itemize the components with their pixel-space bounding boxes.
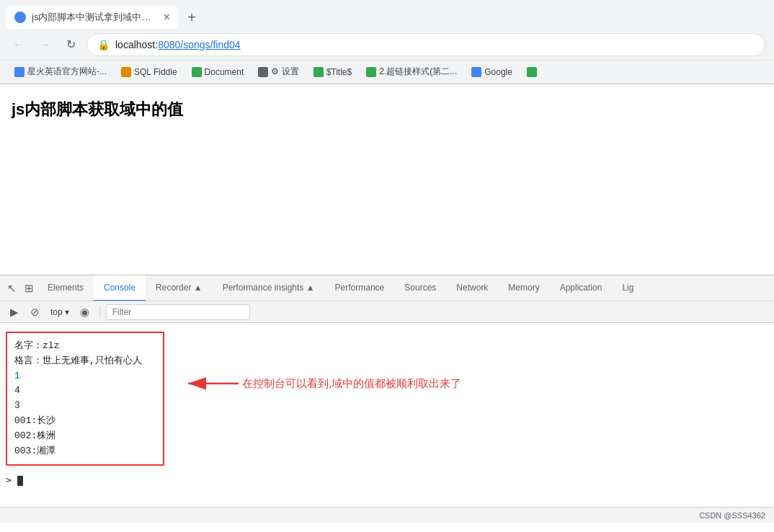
bookmark-label: 星火英语官方网站-...	[27, 66, 107, 78]
tab-lig-label: Lig	[622, 283, 633, 293]
bookmark-favicon	[527, 67, 537, 77]
console-output: 名字：zlz 格言：世上无难事,只怕有心人 1 4 3 001:长沙 002:株…	[0, 323, 774, 507]
devtools-tab-bar: ↖ ⊞ Elements Console Recorder ▲ Performa…	[0, 275, 774, 301]
tab-title: js内部脚本中测试拿到域中的值	[32, 11, 158, 24]
bookmarks-bar: 星火英语官方网站-... SQL Fiddle Document ⚙ 设置 $T…	[0, 61, 774, 84]
tab-sources[interactable]: Sources	[394, 275, 446, 301]
bookmark-label: Google	[484, 67, 512, 77]
bookmark-label: ⚙ 设置	[271, 66, 298, 78]
devtools-panel: ↖ ⊞ Elements Console Recorder ▲ Performa…	[0, 275, 774, 507]
eye-icon[interactable]: ◉	[76, 303, 94, 321]
tab-favicon	[14, 12, 26, 23]
lock-icon: 🔒	[97, 39, 110, 50]
tab-elements[interactable]: Elements	[37, 275, 94, 301]
url-text: localhost:8080/songs/find04	[115, 39, 755, 50]
bookmark-label: SQL Fiddle	[134, 67, 177, 77]
cursor-caret	[17, 476, 23, 486]
tab-performance-insights-label: Performance insights ▲	[223, 283, 315, 293]
tab-close-button[interactable]: ×	[164, 12, 170, 23]
bookmark-favicon	[14, 67, 25, 77]
bookmark-google[interactable]: Google	[466, 66, 518, 79]
devtools-cursor-icon[interactable]: ↖	[3, 280, 20, 297]
toolbar-separator	[99, 306, 100, 319]
bookmark-label: 2.超链接样式(第二...	[379, 66, 457, 78]
tab-performance[interactable]: Performance	[325, 275, 395, 301]
tab-console[interactable]: Console	[94, 275, 146, 301]
bookmark-favicon	[258, 67, 268, 77]
bookmark-extra[interactable]	[521, 66, 543, 79]
tab-memory[interactable]: Memory	[498, 275, 549, 301]
bookmark-label: Document	[205, 67, 244, 77]
status-text: CSDN @SSS4362	[699, 511, 765, 520]
tab-application-label: Application	[560, 283, 602, 293]
console-line: 001:长沙	[13, 414, 157, 429]
url-bar[interactable]: 🔒 localhost:8080/songs/find04	[86, 33, 765, 56]
devtools-toolbar: ▶ ⊘ top ▾ ◉	[0, 301, 774, 323]
tab-lig[interactable]: Lig	[612, 275, 644, 301]
top-label: top	[50, 307, 63, 317]
forward-button[interactable]: →	[35, 35, 55, 55]
bookmark-favicon	[366, 67, 376, 77]
bookmark-label: $Title$	[326, 67, 352, 77]
console-line: 1	[13, 369, 157, 384]
page-content: js内部脚本获取域中的值	[0, 84, 774, 275]
bookmark-sqlfiddle[interactable]: SQL Fiddle	[115, 66, 183, 79]
bookmark-document[interactable]: Document	[186, 66, 250, 79]
tab-recorder[interactable]: Recorder ▲	[146, 275, 213, 301]
tab-memory-label: Memory	[508, 283, 539, 293]
url-host: localhost:	[115, 39, 158, 50]
bookmark-hyperlink[interactable]: 2.超链接样式(第二...	[360, 64, 463, 79]
devtools-layers-icon[interactable]: ⊞	[20, 280, 37, 297]
bookmark-favicon	[313, 67, 324, 77]
annotation-text: 在控制台可以看到,域中的值都被顺利取出来了	[242, 377, 461, 391]
tab-performance-insights[interactable]: Performance insights ▲	[213, 275, 325, 301]
nav-bar: ← → ↻ 🔒 localhost:8080/songs/find04	[0, 29, 774, 61]
browser-chrome: js内部脚本中测试拿到域中的值 × + ← → ↻ 🔒 localhost:80…	[0, 0, 774, 84]
page-heading: js内部脚本获取域中的值	[12, 99, 762, 120]
tab-network-label: Network	[456, 283, 488, 293]
annotation-arrow	[184, 369, 242, 398]
new-tab-button[interactable]: +	[182, 7, 202, 27]
console-section-box: 名字：zlz 格言：世上无难事,只怕有心人 1 4 3 001:长沙 002:株…	[6, 332, 164, 466]
top-dropdown[interactable]: top ▾	[46, 304, 74, 320]
console-play-icon[interactable]: ▶	[6, 303, 23, 321]
tab-application[interactable]: Application	[550, 275, 613, 301]
console-ban-icon[interactable]: ⊘	[26, 303, 43, 321]
console-line: 格言：世上无难事,只怕有心人	[13, 354, 157, 369]
status-bar: CSDN @SSS4362	[0, 507, 774, 523]
bookmark-xinghuo[interactable]: 星火英语官方网站-...	[9, 64, 112, 79]
annotation-container: 在控制台可以看到,域中的值都被顺利取出来了	[184, 369, 461, 398]
bookmark-settings[interactable]: ⚙ 设置	[252, 64, 304, 79]
console-line: 003:湘潭	[13, 444, 157, 459]
console-line: 3	[13, 399, 157, 414]
tab-elements-label: Elements	[48, 283, 84, 293]
console-line: 名字：zlz	[13, 339, 157, 354]
console-line: 4	[13, 384, 157, 399]
top-dropdown-icon: ▾	[65, 307, 69, 317]
back-button[interactable]: ←	[9, 35, 29, 55]
console-line: 002:株洲	[13, 429, 157, 444]
bookmark-title[interactable]: $Title$	[308, 66, 358, 79]
tab-sources-label: Sources	[404, 283, 436, 293]
tab-console-label: Console	[104, 283, 135, 293]
refresh-button[interactable]: ↻	[61, 35, 81, 55]
tab-performance-label: Performance	[335, 283, 385, 293]
bookmark-favicon	[471, 67, 481, 77]
bookmark-favicon	[121, 67, 131, 77]
filter-input[interactable]	[106, 304, 250, 320]
tab-bar: js内部脚本中测试拿到域中的值 × +	[0, 0, 774, 29]
url-path: 8080/songs/find04	[158, 39, 240, 50]
bookmark-favicon	[192, 67, 202, 77]
tab-network[interactable]: Network	[446, 275, 498, 301]
tab-recorder-label: Recorder ▲	[156, 283, 203, 293]
active-tab[interactable]: js内部脚本中测试拿到域中的值 ×	[6, 6, 179, 29]
console-cursor[interactable]: >	[0, 474, 774, 486]
